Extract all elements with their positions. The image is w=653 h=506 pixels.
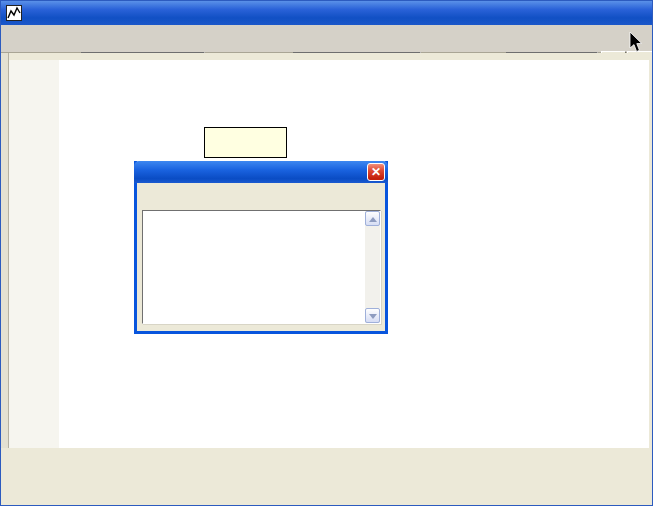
view-charts-window: ✕ bbox=[0, 0, 653, 506]
right-edge-strip bbox=[649, 53, 653, 506]
mouse-cursor-icon bbox=[629, 32, 644, 53]
left-edge-strip bbox=[1, 53, 9, 506]
chart-toolbox-dialog: ✕ bbox=[134, 161, 388, 334]
notes-scrollbar[interactable] bbox=[365, 211, 380, 323]
toolbar bbox=[1, 25, 653, 53]
top-ruler bbox=[1, 53, 653, 60]
chevron-up-icon bbox=[369, 217, 377, 222]
y-axis-area bbox=[9, 60, 59, 448]
notes-text bbox=[146, 212, 362, 324]
title-bar bbox=[1, 1, 653, 25]
value-tooltip bbox=[204, 127, 287, 158]
dialog-title-bar[interactable]: ✕ bbox=[134, 161, 388, 183]
chevron-down-icon bbox=[369, 314, 377, 319]
notes-text-box[interactable] bbox=[142, 210, 381, 324]
scroll-down-button[interactable] bbox=[365, 308, 380, 323]
chart-app-icon bbox=[6, 5, 22, 21]
scroll-up-button[interactable] bbox=[365, 211, 380, 226]
x-axis-area bbox=[1, 448, 653, 506]
close-icon[interactable]: ✕ bbox=[367, 163, 385, 181]
